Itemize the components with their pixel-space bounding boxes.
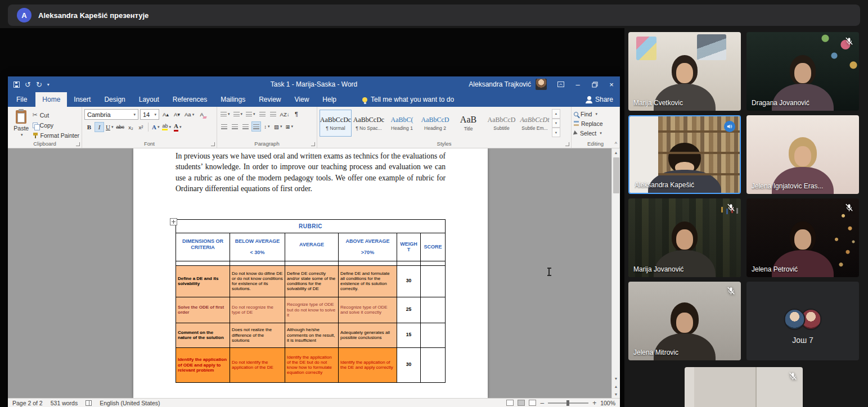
align-right-button[interactable] [241, 121, 250, 132]
document-page[interactable]: In previous years we have used oral and … [133, 148, 488, 398]
zoom-slider[interactable] [548, 403, 588, 404]
table-move-handle[interactable] [170, 218, 177, 225]
increase-indent-button[interactable] [268, 109, 278, 119]
bold-button[interactable]: B [84, 122, 94, 132]
justify-button[interactable] [251, 121, 261, 132]
borders-button[interactable]: ⊞ ▾ [285, 121, 294, 132]
document-paragraph[interactable]: In previous years we have used oral and … [133, 148, 488, 195]
find-button[interactable]: Find ▾ [574, 110, 617, 118]
word-count[interactable]: 531 words [51, 400, 78, 406]
share-button[interactable]: Share [587, 92, 613, 107]
shading-button[interactable]: ▨ ▾ [273, 121, 284, 132]
font-size-select[interactable]: 14 ▾ [140, 109, 159, 120]
participant-tile-jelena-petrovic[interactable]: Jelena Petrović [746, 198, 859, 277]
read-mode-button[interactable] [506, 400, 514, 406]
decrease-indent-button[interactable] [258, 109, 267, 119]
paste-button[interactable]: Paste ▾ [10, 109, 33, 140]
scroll-down-icon[interactable]: ▼ [612, 374, 620, 382]
sort-button[interactable]: AZ↓ [279, 109, 291, 119]
tab-references[interactable]: References [166, 92, 214, 107]
select-button[interactable]: Select ▾ [574, 129, 617, 137]
font-dialog-launcher-icon[interactable] [211, 142, 215, 146]
tell-me-box[interactable]: Tell me what you want to do [362, 92, 454, 107]
zoom-in-button[interactable]: + [592, 399, 596, 407]
shrink-font-button[interactable]: A▾ [172, 110, 182, 120]
format-painter-button[interactable]: Format Painter [33, 132, 79, 140]
style-heading-1[interactable]: AaBbC( Heading 1 [386, 110, 418, 137]
restore-icon[interactable] [586, 76, 603, 92]
style-heading-2[interactable]: AaBbCcD Heading 2 [419, 110, 451, 137]
tab-view[interactable]: View [288, 92, 316, 107]
tab-file[interactable]: File [8, 92, 35, 107]
signed-in-user[interactable]: Aleksandra Trajković [469, 80, 531, 88]
close-icon[interactable]: × [603, 76, 620, 92]
collapse-ribbon-icon[interactable]: ^ [615, 141, 617, 147]
ribbon-display-options-icon[interactable] [552, 76, 569, 92]
clipboard-dialog-launcher-icon[interactable] [76, 142, 80, 146]
align-center-button[interactable] [230, 121, 240, 132]
underline-button[interactable]: U ▾ [105, 122, 114, 132]
cut-button[interactable]: ✂ Cut [33, 111, 79, 119]
replace-button[interactable]: Replace [574, 119, 617, 128]
next-page-icon[interactable]: ▼ [612, 390, 620, 398]
document-canvas[interactable]: In previous years we have used oral and … [8, 148, 620, 398]
page-indicator[interactable]: Page 2 of 2 [12, 400, 43, 406]
proofing-status-icon[interactable] [86, 400, 92, 406]
style-no-spacing[interactable]: AaBbCcDc ¶ No Spac... [353, 110, 385, 137]
tab-review[interactable]: Review [252, 92, 287, 107]
document-scrollbar[interactable]: ▲ ▼ ▲ ▼ [611, 148, 620, 398]
participant-tile-aleksandra-kapesic[interactable]: Aleksandra Kapešić [628, 115, 741, 194]
styles-gallery-down-icon[interactable]: ▾ [552, 119, 560, 128]
style-subtle-emphasis[interactable]: AaBbCcDt Subtle Em... [519, 110, 551, 137]
numbering-button[interactable]: ▾ [232, 109, 244, 119]
previous-page-icon[interactable]: ▲ [612, 382, 620, 390]
tab-home[interactable]: Home [35, 92, 67, 107]
participant-tile-jelena-mitrovic[interactable]: Jelena Mitrovic [628, 282, 741, 360]
tab-insert[interactable]: Insert [67, 92, 97, 107]
tab-help[interactable]: Help [316, 92, 343, 107]
web-layout-button[interactable] [529, 400, 536, 406]
font-name-select[interactable]: Cambria ▾ [84, 109, 138, 120]
zoom-out-button[interactable]: – [540, 399, 544, 407]
clear-formatting-button[interactable]: A [197, 110, 206, 120]
participant-tile-dragana-jovanovic[interactable]: Dragana Jovanović [746, 32, 859, 111]
line-spacing-button[interactable]: ↕ ▾ [262, 121, 272, 132]
user-avatar[interactable] [536, 79, 547, 90]
rubric-table[interactable]: RUBRIC DIMENSIONS OR CRITERIA BELOW AVER… [176, 219, 446, 383]
zoom-level[interactable]: 100% [600, 400, 615, 406]
participant-tile-jelena-ignjatovic[interactable]: Jelena Ignjatovic Eras... [746, 115, 859, 194]
undo-button[interactable]: ↺ [25, 80, 31, 89]
grow-font-button[interactable]: A▴ [161, 110, 170, 120]
quick-access-customize-icon[interactable]: ▾ [47, 82, 50, 87]
zoom-slider-thumb[interactable] [566, 400, 569, 406]
save-button[interactable] [14, 82, 20, 88]
styles-gallery-up-icon[interactable]: ▴ [552, 109, 560, 119]
align-left-button[interactable] [219, 121, 229, 132]
tab-layout[interactable]: Layout [132, 92, 166, 107]
styles-gallery-more-icon[interactable]: ▾ [552, 128, 560, 137]
participant-tile-marija-cvetkovic[interactable]: Marija Cvetkovic [628, 32, 741, 111]
language-indicator[interactable]: English (United States) [100, 400, 160, 406]
tab-mailings[interactable]: Mailings [214, 92, 252, 107]
subscript-button[interactable]: x₂ [126, 122, 136, 132]
italic-button[interactable]: I [95, 122, 104, 132]
multilevel-list-button[interactable]: ▾ [245, 109, 257, 119]
change-case-button[interactable]: Aa ▾ [183, 110, 195, 120]
participant-tile-partial[interactable] [685, 367, 803, 407]
style-title[interactable]: AaB Title [452, 110, 484, 137]
style-subtitle[interactable]: AaBbCcD Subtitle [485, 110, 518, 137]
styles-dialog-launcher-icon[interactable] [565, 142, 569, 146]
style-normal[interactable]: AaBbCcDc ¶ Normal [320, 110, 352, 137]
tab-design[interactable]: Design [97, 92, 132, 107]
strikethrough-button[interactable]: abc [115, 122, 125, 132]
redo-button[interactable]: ↻ [36, 80, 42, 89]
participant-tile-marija-jovanovic[interactable]: Marija Jovanović [628, 198, 741, 277]
font-color-button[interactable]: A ▾ [173, 122, 182, 132]
more-participants-tile[interactable]: Још 7 [746, 282, 859, 360]
superscript-button[interactable]: x² [136, 122, 146, 132]
bullets-button[interactable]: ▾ [219, 109, 231, 119]
minimize-icon[interactable]: – [569, 76, 586, 92]
print-layout-button[interactable] [518, 400, 525, 406]
scroll-up-icon[interactable]: ▲ [612, 148, 620, 156]
highlight-button[interactable]: ab ▾ [161, 122, 172, 132]
